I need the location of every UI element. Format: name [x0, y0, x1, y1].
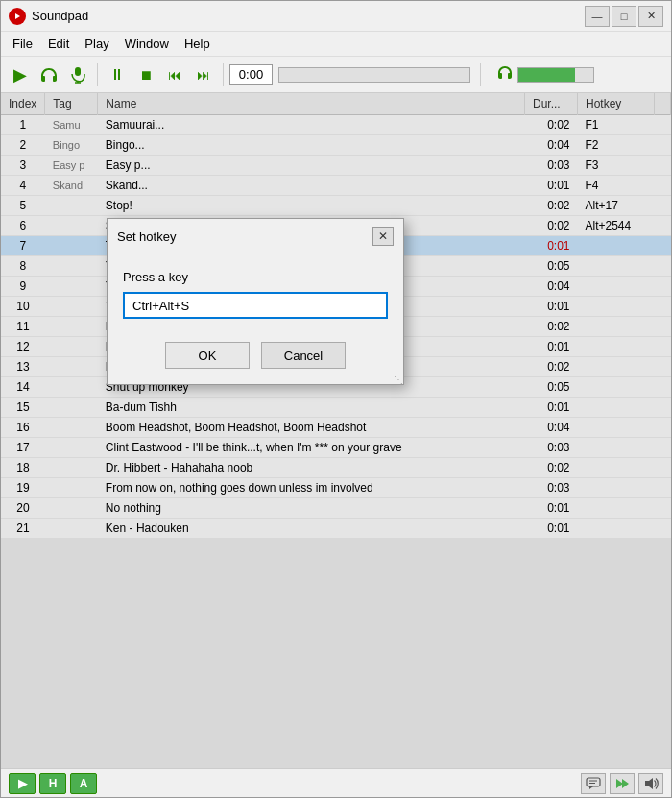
dialog-resize-handle[interactable]: ⋱ [394, 375, 403, 384]
stop-button[interactable]: ⏹ [132, 61, 159, 88]
svg-marker-9 [622, 779, 629, 788]
dialog-title: Set hotkey [117, 230, 176, 244]
app-icon [9, 8, 26, 25]
volume-fill [518, 68, 575, 82]
menu-file[interactable]: File [5, 34, 40, 54]
svg-rect-2 [75, 67, 81, 76]
title-bar: Soundpad — □ ✕ [1, 1, 671, 32]
volume-bar[interactable] [517, 67, 594, 83]
prev-button[interactable]: ⏮ [161, 61, 188, 88]
status-a-button[interactable]: A [70, 773, 97, 794]
hotkey-input[interactable] [123, 292, 388, 319]
toolbar-separator-1 [97, 63, 98, 86]
menu-edit[interactable]: Edit [40, 34, 77, 54]
dialog-cancel-button[interactable]: Cancel [261, 342, 346, 369]
status-right [581, 773, 663, 794]
play-button[interactable]: ▶ [7, 61, 34, 88]
dialog-titlebar: Set hotkey ✕ [108, 219, 403, 254]
dialog-close-button[interactable]: ✕ [372, 227, 394, 246]
status-bar: ▶ H A [1, 768, 671, 797]
status-volume-button[interactable] [638, 773, 663, 794]
menu-play[interactable]: Play [77, 34, 116, 54]
toolbar-separator-3 [480, 63, 481, 86]
main-window: Soundpad — □ ✕ File Edit Play Window Hel… [0, 0, 672, 798]
status-h-button[interactable]: H [39, 773, 66, 794]
window-controls: — □ ✕ [585, 6, 663, 27]
headphones-button[interactable] [36, 61, 62, 88]
svg-rect-5 [587, 778, 600, 786]
maximize-button[interactable]: □ [612, 6, 636, 27]
dialog-prompt: Press a key [123, 270, 388, 284]
status-forward-button[interactable] [610, 773, 635, 794]
status-chat-button[interactable] [581, 773, 606, 794]
progress-bar[interactable] [278, 67, 470, 83]
dialog-buttons: OK Cancel [108, 330, 403, 384]
svg-marker-8 [616, 779, 623, 788]
svg-marker-10 [645, 778, 653, 789]
hotkey-dialog: Set hotkey ✕ Press a key OK Cancel ⋱ [107, 218, 404, 385]
dialog-ok-button[interactable]: OK [165, 342, 250, 369]
menu-window[interactable]: Window [117, 34, 177, 54]
toolbar-separator-2 [223, 63, 224, 86]
status-play-button[interactable]: ▶ [9, 773, 36, 794]
menu-help[interactable]: Help [177, 34, 218, 54]
pause-button[interactable]: ⏸ [104, 61, 131, 88]
modal-overlay: Set hotkey ✕ Press a key OK Cancel ⋱ [1, 93, 671, 768]
dialog-body: Press a key [108, 254, 403, 330]
next-button[interactable]: ⏭ [190, 61, 217, 88]
close-button[interactable]: ✕ [638, 6, 663, 27]
minimize-button[interactable]: — [585, 6, 610, 27]
toolbar: ▶ ⏸ ⏹ ⏮ ⏭ 0:00 [1, 57, 671, 93]
mic-button[interactable] [64, 61, 91, 88]
volume-icon [494, 64, 516, 85]
content-area: Index Tag Name Dur... Hotkey 1SamuSamuur… [1, 93, 671, 768]
time-display: 0:00 [229, 64, 273, 85]
window-title: Soundpad [32, 9, 585, 23]
menu-bar: File Edit Play Window Help [1, 32, 671, 57]
